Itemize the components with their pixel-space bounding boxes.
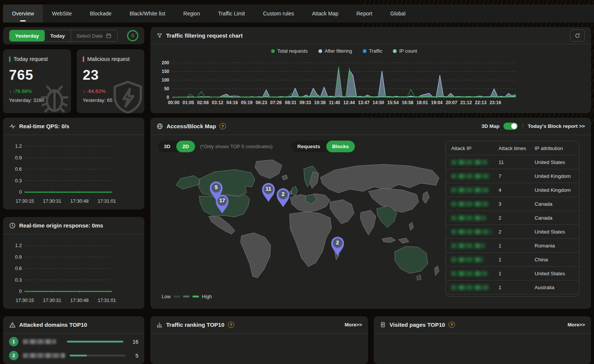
tab-region[interactable]: Region bbox=[174, 5, 209, 23]
malicious-request-title: Malicious request bbox=[87, 56, 130, 62]
attack-times-value: 1 bbox=[499, 243, 535, 249]
map-help-icon[interactable]: ? bbox=[220, 123, 226, 129]
pin-count: 2 bbox=[330, 240, 345, 246]
legend-label: Traffic bbox=[369, 48, 382, 54]
map-note: (*Only shows TOP 5 coordinates) bbox=[200, 144, 273, 149]
document-icon bbox=[380, 322, 386, 328]
traffic-chart-header: Traffic filtering request chart bbox=[150, 27, 591, 44]
tab-website[interactable]: WebSite bbox=[43, 5, 81, 23]
domain-attack-bar bbox=[70, 355, 126, 356]
attack-times-value: 1 bbox=[499, 271, 535, 276]
y-tick-label: 0.6 bbox=[15, 265, 22, 271]
tab-report[interactable]: Report bbox=[347, 5, 381, 23]
domain-attack-count: 16 bbox=[128, 339, 138, 345]
x-tick-label: 06:23 bbox=[256, 100, 267, 105]
continent-africa bbox=[289, 212, 332, 267]
attack-table-row: 1Germany bbox=[446, 294, 579, 297]
origin-response-title: Real-time origin response: 0ms bbox=[19, 222, 103, 229]
warning-icon bbox=[9, 322, 16, 328]
ip-attribution-value: United Kingdom bbox=[535, 187, 579, 193]
visited-pages-more-link[interactable]: More>> bbox=[568, 322, 585, 328]
x-tick-label: 18:01 bbox=[417, 100, 428, 105]
attacked-domains-list: 11625 bbox=[3, 336, 144, 361]
attack-table-row: 1Australia bbox=[446, 280, 579, 294]
legend-item-after-filtering[interactable]: After filtering bbox=[318, 48, 352, 54]
select-date-label: Select Date bbox=[77, 33, 103, 39]
redacted-attack-ip bbox=[451, 229, 492, 234]
legend-item-ip-count[interactable]: IP count bbox=[393, 48, 417, 54]
access-block-map-card: Access/Block Map ? 3D Map Today's Block … bbox=[150, 118, 591, 309]
map-pin[interactable]: 2 bbox=[330, 236, 345, 256]
y-tick-label: 0.3 bbox=[15, 277, 22, 283]
filter-icon bbox=[156, 32, 163, 39]
legend-item-total-requests[interactable]: Total requests bbox=[271, 48, 308, 54]
red-tick-marker bbox=[83, 56, 84, 62]
attacked-domain-row: 25 bbox=[9, 350, 138, 361]
traffic-ranking-help-icon[interactable]: ? bbox=[228, 322, 234, 328]
pin-count: 17 bbox=[214, 197, 230, 203]
traffic-chart-legend: Total requestsAfter filteringTrafficIP c… bbox=[172, 48, 516, 54]
map-pin[interactable]: 17 bbox=[214, 194, 230, 214]
attacked-domain-row: 116 bbox=[9, 336, 138, 347]
legend-dot bbox=[363, 49, 367, 53]
legend-dot bbox=[271, 49, 275, 53]
block-report-link[interactable]: Today's Block report >> bbox=[528, 123, 585, 129]
redacted-attack-ip bbox=[451, 215, 486, 220]
pin-count: 11 bbox=[261, 186, 276, 192]
map-3d-toggle[interactable] bbox=[503, 123, 518, 130]
x-tick-label: 23:16 bbox=[489, 100, 501, 105]
visited-pages-help-icon[interactable]: ? bbox=[449, 322, 455, 328]
map-pin[interactable]: 11 bbox=[261, 182, 276, 203]
x-tick-label: 17:30:31 bbox=[43, 199, 61, 204]
world-map[interactable]: 5171122 bbox=[158, 157, 440, 287]
top-nav: OverviewWebSiteBlockadeBlack/White listR… bbox=[3, 5, 594, 23]
yesterday-button[interactable]: Yesterday bbox=[9, 30, 45, 41]
origin-response-card: Real-time origin response: 0ms 00.30.60.… bbox=[3, 217, 144, 309]
tab-custom-rules[interactable]: Custom rules bbox=[254, 5, 303, 23]
qps-card-header: Real-time QPS: 0/s bbox=[3, 118, 144, 135]
x-tick-label: 08:31 bbox=[285, 100, 297, 105]
traffic-ranking-more-link[interactable]: More>> bbox=[345, 322, 362, 328]
traffic-chart: 05010015020000:0001:0502:0803:1204:1605:… bbox=[158, 55, 583, 106]
today-button[interactable]: Today bbox=[45, 30, 71, 41]
map-pin[interactable]: 2 bbox=[275, 188, 291, 208]
redacted-domain-name bbox=[23, 339, 56, 344]
traffic-ranking-card: Traffic ranking TOP10 ? More>> bbox=[150, 316, 368, 364]
tab-blockade[interactable]: Blockade bbox=[81, 5, 121, 23]
map-2d-button[interactable]: 2D bbox=[176, 141, 195, 152]
x-tick-label: 17:31:01 bbox=[98, 199, 116, 204]
attack-times-value: 3 bbox=[499, 201, 535, 207]
ip-attribution-value: United Kingdom bbox=[535, 173, 579, 179]
globe-icon bbox=[156, 123, 163, 130]
x-tick-label: 05:19 bbox=[241, 100, 253, 105]
tab-black-white-list[interactable]: Black/White list bbox=[121, 5, 174, 23]
country-mexico bbox=[209, 216, 235, 234]
qps-chart: 00.30.60.91.217:30:1517:30:3117:30:4817:… bbox=[11, 138, 137, 205]
today-request-title-row: Today request bbox=[9, 56, 65, 62]
col-ip-attribution: IP attribution bbox=[535, 146, 579, 151]
col-attack-times: Attack times bbox=[499, 146, 535, 151]
map-3d-button[interactable]: 3D bbox=[158, 141, 176, 152]
tab-traffic-limit[interactable]: Traffic Limit bbox=[209, 5, 254, 23]
x-tick-label: 09:33 bbox=[300, 100, 311, 105]
y-tick-label: 200 bbox=[162, 60, 169, 65]
select-date-button[interactable]: Select Date bbox=[71, 30, 118, 41]
refresh-button[interactable] bbox=[570, 29, 585, 42]
domain-attack-bar bbox=[67, 341, 123, 343]
legend-item-traffic[interactable]: Traffic bbox=[363, 48, 382, 54]
tab-attack-map[interactable]: Attack Map bbox=[303, 5, 347, 23]
tab-overview[interactable]: Overview bbox=[3, 5, 43, 23]
map-toggles-row: 3D 2D (*Only shows TOP 5 coordinates) Re… bbox=[158, 141, 355, 152]
attack-times-value: 4 bbox=[499, 187, 535, 193]
blocks-button[interactable]: Blocks bbox=[326, 141, 355, 152]
map-dimension-toggle: 3D 2D bbox=[158, 141, 195, 152]
tab-global[interactable]: Global bbox=[381, 5, 414, 23]
pin-count: 5 bbox=[208, 184, 224, 190]
requests-button[interactable]: Requests bbox=[291, 141, 326, 152]
today-request-card: Today request 765 ↓ -76.68% Yesterday: 3… bbox=[3, 49, 71, 113]
map-card-title: Access/Block Map bbox=[167, 123, 216, 129]
series-area-After filtering bbox=[172, 68, 516, 97]
redacted-attack-ip bbox=[451, 188, 489, 193]
country-philippines bbox=[409, 222, 414, 231]
attack-times-value: 1 bbox=[499, 285, 535, 290]
